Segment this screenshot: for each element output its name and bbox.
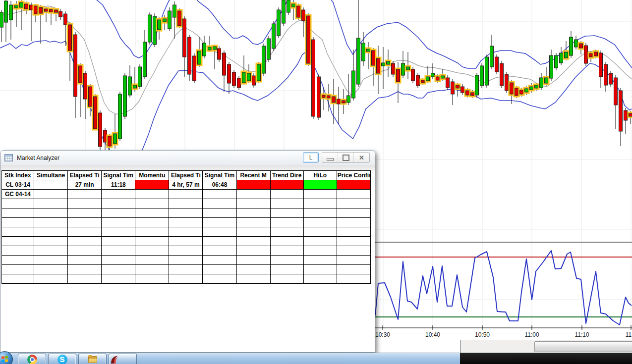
table-cell[interactable] <box>68 208 102 218</box>
table-cell[interactable] <box>169 208 203 218</box>
table-cell[interactable] <box>270 265 303 274</box>
table-cell[interactable] <box>135 246 169 256</box>
table-cell[interactable] <box>236 227 270 237</box>
table-cell[interactable] <box>169 274 203 284</box>
table-cell[interactable] <box>2 246 34 256</box>
table-cell[interactable] <box>303 199 337 208</box>
table-cell[interactable] <box>236 237 270 246</box>
table-cell[interactable] <box>203 199 236 208</box>
table-cell[interactable] <box>337 208 370 218</box>
table-cell[interactable] <box>236 256 270 265</box>
table-cell[interactable] <box>34 180 68 190</box>
table-cell[interactable] <box>203 227 236 237</box>
taskbar-item-chrome[interactable] <box>18 354 46 364</box>
table-cell[interactable] <box>102 265 135 274</box>
table-cell[interactable]: 11:18 <box>102 180 135 190</box>
table-cell[interactable] <box>68 237 102 246</box>
table-cell[interactable] <box>2 265 34 274</box>
table-cell[interactable] <box>203 237 236 246</box>
table-cell[interactable] <box>102 199 135 208</box>
table-cell[interactable] <box>303 274 337 284</box>
column-header-6[interactable]: Signal Tim <box>203 171 236 180</box>
column-header-3[interactable]: Signal Tim <box>102 171 135 180</box>
table-cell[interactable] <box>337 246 370 256</box>
table-cell[interactable]: CL 03-14 <box>2 180 34 190</box>
table-cell[interactable] <box>135 218 169 227</box>
table-cell[interactable] <box>135 256 169 265</box>
table-cell[interactable] <box>303 218 337 227</box>
table-cell[interactable] <box>337 180 370 190</box>
table-cell[interactable] <box>270 190 303 199</box>
minimize-button[interactable] <box>322 153 338 162</box>
taskbar-item-explorer[interactable] <box>78 354 107 364</box>
table-cell[interactable] <box>203 208 236 218</box>
table-cell[interactable] <box>169 190 203 199</box>
table-cell[interactable] <box>303 246 337 256</box>
taskbar-item-ninjatrader[interactable] <box>109 354 137 364</box>
table-cell[interactable] <box>203 265 236 274</box>
table-cell[interactable] <box>203 274 236 284</box>
table-cell[interactable] <box>169 237 203 246</box>
table-cell[interactable] <box>303 180 337 190</box>
column-header-2[interactable]: Elapsed Ti <box>68 171 102 180</box>
column-header-5[interactable]: Elapsed Ti <box>169 171 203 180</box>
table-cell[interactable] <box>68 218 102 227</box>
table-cell[interactable] <box>68 274 102 284</box>
table-cell[interactable] <box>303 208 337 218</box>
horizontal-scrollbar[interactable] <box>460 340 632 353</box>
column-header-0[interactable]: Stk Index <box>2 171 34 180</box>
table-cell[interactable] <box>303 227 337 237</box>
table-cell[interactable] <box>34 227 68 237</box>
table-cell[interactable] <box>337 227 370 237</box>
table-cell[interactable] <box>2 199 34 208</box>
close-button[interactable]: ✕ <box>353 153 369 162</box>
table-cell[interactable] <box>34 274 68 284</box>
table-cell[interactable] <box>236 265 270 274</box>
table-cell[interactable] <box>34 256 68 265</box>
table-cell[interactable] <box>169 227 203 237</box>
table-cell[interactable] <box>270 227 303 237</box>
table-cell[interactable] <box>236 208 270 218</box>
table-cell[interactable] <box>102 190 135 199</box>
table-cell[interactable] <box>135 227 169 237</box>
table-cell[interactable] <box>337 265 370 274</box>
scrollbar-thumb[interactable] <box>534 341 632 352</box>
table-cell[interactable] <box>135 208 169 218</box>
table-cell[interactable] <box>102 274 135 284</box>
table-cell[interactable] <box>337 256 370 265</box>
table-cell[interactable] <box>102 246 135 256</box>
table-cell[interactable] <box>68 256 102 265</box>
table-cell[interactable] <box>2 208 34 218</box>
table-cell[interactable] <box>303 190 337 199</box>
table-cell[interactable] <box>270 208 303 218</box>
table-cell[interactable] <box>203 190 236 199</box>
table-cell[interactable] <box>102 218 135 227</box>
table-cell[interactable] <box>135 180 169 190</box>
table-cell[interactable] <box>34 237 68 246</box>
table-cell[interactable] <box>303 265 337 274</box>
table-cell[interactable]: 4 hr, 57 m <box>169 180 203 190</box>
table-cell[interactable] <box>337 199 370 208</box>
table-cell[interactable] <box>236 274 270 284</box>
table-cell[interactable] <box>203 256 236 265</box>
table-cell[interactable] <box>270 274 303 284</box>
table-cell[interactable] <box>2 218 34 227</box>
table-cell[interactable] <box>68 227 102 237</box>
table-cell[interactable] <box>2 256 34 265</box>
table-cell[interactable] <box>270 218 303 227</box>
start-button[interactable] <box>0 351 13 364</box>
table-cell[interactable] <box>68 246 102 256</box>
table-cell[interactable] <box>2 227 34 237</box>
table-cell[interactable] <box>236 190 270 199</box>
column-header-7[interactable]: Recent M <box>236 171 270 180</box>
table-cell[interactable] <box>270 246 303 256</box>
table-cell[interactable] <box>135 190 169 199</box>
table-cell[interactable] <box>34 190 68 199</box>
table-cell[interactable] <box>135 237 169 246</box>
table-cell[interactable] <box>34 199 68 208</box>
window-titlebar[interactable]: Market Analyzer L ✕ <box>0 151 375 165</box>
table-cell[interactable] <box>270 256 303 265</box>
table-cell[interactable] <box>337 274 370 284</box>
table-cell[interactable] <box>2 274 34 284</box>
column-header-10[interactable]: Price Confir <box>337 171 370 180</box>
